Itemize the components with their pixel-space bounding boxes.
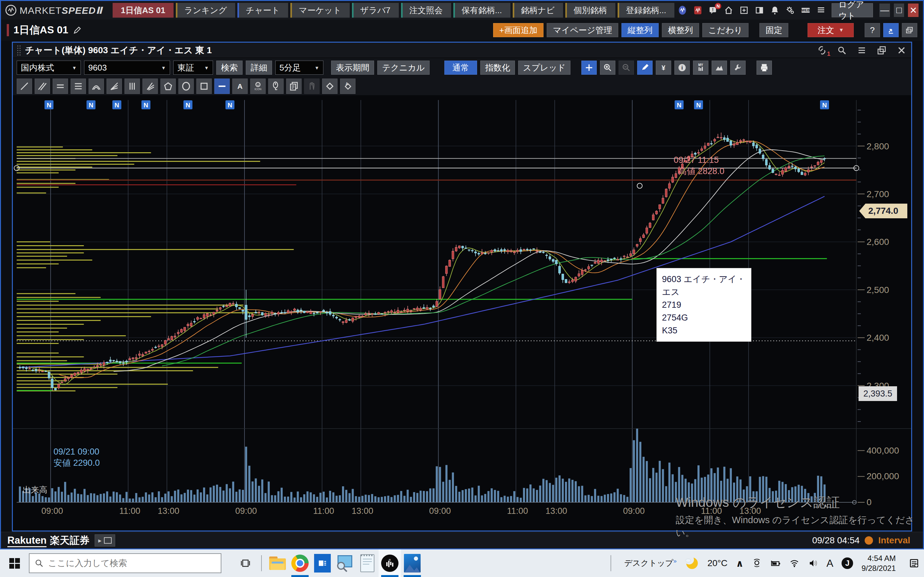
taskbar-notepad[interactable] bbox=[356, 550, 379, 577]
action-center-icon[interactable] bbox=[909, 558, 919, 569]
zoom-in-button[interactable] bbox=[600, 61, 615, 75]
info-button[interactable]: i bbox=[674, 61, 690, 75]
tray-expand-icon[interactable]: ∧ bbox=[736, 558, 744, 569]
erase-all-tool[interactable]: A bbox=[340, 79, 355, 94]
chart-window-header[interactable]: チャート(単体) 9603 エイチ・アイ・エス 東 1 1 bbox=[13, 43, 911, 58]
taskbar-app-tile[interactable] bbox=[311, 550, 334, 577]
crosshair-plus-button[interactable] bbox=[582, 61, 597, 75]
exchange-select[interactable]: 東証▼ bbox=[173, 61, 213, 75]
parallel-line-tool[interactable] bbox=[35, 79, 50, 94]
zoom-out-button[interactable] bbox=[619, 61, 634, 75]
panel-toggle-button[interactable]: ▸ bbox=[95, 534, 115, 546]
normal-mode-button[interactable]: 通常 bbox=[444, 61, 477, 75]
add-window-icon[interactable] bbox=[738, 4, 750, 16]
pentagon-tool[interactable] bbox=[160, 79, 176, 94]
minimize-button[interactable]: — bbox=[879, 3, 890, 17]
wifi-icon[interactable] bbox=[789, 558, 800, 568]
task-view-button[interactable] bbox=[234, 550, 257, 577]
close-button[interactable]: ✕ bbox=[908, 3, 919, 17]
pitchfork-tool[interactable] bbox=[142, 79, 158, 94]
top-tab-5[interactable]: 注文照会 bbox=[401, 3, 451, 18]
taskbar-search[interactable] bbox=[29, 553, 221, 573]
close-chart-icon[interactable] bbox=[896, 45, 907, 56]
technical-button[interactable]: テクニカル bbox=[377, 61, 430, 75]
settings-gear-icon[interactable] bbox=[784, 4, 796, 16]
top-tab-4[interactable]: ザラバ7 bbox=[352, 3, 399, 18]
volume-icon[interactable] bbox=[808, 558, 818, 568]
period-button[interactable]: 表示期間 bbox=[331, 61, 374, 75]
add-screen-button[interactable]: +画面追加 bbox=[493, 23, 543, 37]
interval-select[interactable]: 5分足▼ bbox=[275, 61, 323, 75]
expand-chevrons[interactable]: » bbox=[674, 558, 677, 564]
support-button[interactable] bbox=[883, 23, 899, 37]
search-button[interactable]: 検索 bbox=[216, 61, 242, 75]
vertical-lines-tool[interactable] bbox=[124, 79, 140, 94]
pin-button[interactable]: 固定 bbox=[759, 23, 788, 37]
search-icon[interactable] bbox=[836, 45, 848, 56]
hamburger-menu-icon[interactable] bbox=[815, 4, 827, 16]
home-icon[interactable] bbox=[722, 4, 735, 16]
chart-settings-button[interactable] bbox=[730, 61, 746, 75]
taskbar-clock[interactable]: 4:54 AM 9/28/2021 bbox=[861, 553, 896, 573]
news-markers[interactable]: NNNNNNNNN bbox=[45, 100, 829, 109]
menu-icon[interactable] bbox=[856, 45, 867, 56]
market-select[interactable]: 国内株式▼ bbox=[17, 61, 81, 75]
duplicate-window-icon[interactable] bbox=[876, 45, 887, 56]
top-tab-0[interactable]: 1日信AS 01 bbox=[113, 3, 174, 18]
web-link-icon[interactable]: WEB bbox=[800, 4, 812, 16]
kodawari-button[interactable]: こだわり bbox=[702, 23, 748, 37]
print-button[interactable] bbox=[756, 61, 772, 75]
yen-display-button[interactable]: ¥ bbox=[656, 61, 671, 75]
rectangle-tool[interactable] bbox=[196, 79, 212, 94]
indexed-mode-button[interactable]: 指数化 bbox=[480, 61, 515, 75]
spread-mode-button[interactable]: スプレッド bbox=[518, 61, 570, 75]
top-tab-8[interactable]: 個別銘柄 bbox=[565, 3, 615, 18]
taskbar-chrome[interactable] bbox=[289, 550, 311, 577]
order-button[interactable]: 注文▼ bbox=[808, 23, 854, 37]
help-button[interactable]: ? bbox=[865, 23, 880, 37]
detail-button[interactable]: 詳細 bbox=[246, 61, 272, 75]
chart-canvas[interactable]: NNNNNNNNN2,3002,4002,5002,6002,7002,8004… bbox=[13, 95, 911, 532]
webcam-icon[interactable] bbox=[752, 558, 762, 568]
icon-stamp-tool[interactable]: ICON bbox=[250, 79, 266, 94]
battery-icon[interactable] bbox=[770, 558, 781, 568]
duplicate-object-tool[interactable] bbox=[286, 79, 302, 94]
line-drag-handle[interactable] bbox=[637, 183, 642, 189]
ime-mode-label[interactable]: A bbox=[827, 558, 833, 569]
edit-pencil-icon[interactable] bbox=[73, 26, 82, 35]
double-hline-tool[interactable] bbox=[53, 79, 68, 94]
horizontal-align-button[interactable]: 横整列 bbox=[662, 23, 699, 37]
marketspeed-app-icon[interactable] bbox=[676, 4, 688, 16]
search-input[interactable] bbox=[48, 558, 202, 568]
horizontal-line-tool[interactable] bbox=[214, 79, 230, 94]
desktop-toolbar[interactable]: デスクトップ» bbox=[624, 558, 677, 568]
top-tab-3[interactable]: マーケット bbox=[290, 3, 349, 18]
logout-button[interactable]: ログアウト bbox=[832, 3, 873, 17]
ime-lang-icon[interactable]: J bbox=[842, 558, 853, 569]
maximize-button[interactable]: □ bbox=[894, 3, 905, 17]
chart-client-area[interactable]: NNNNNNNNN2,3002,4002,5002,6002,7002,8004… bbox=[13, 95, 911, 532]
fibonacci-arc-tool[interactable] bbox=[89, 79, 104, 94]
taskbar-explorer[interactable] bbox=[266, 550, 289, 577]
side-panel-icon[interactable] bbox=[753, 4, 766, 16]
top-tab-2[interactable]: チャート bbox=[237, 3, 288, 18]
weather-moon-icon[interactable] bbox=[685, 556, 699, 570]
mypage-button[interactable]: マイページ管理 bbox=[547, 23, 618, 37]
top-tab-6[interactable]: 保有銘柄... bbox=[453, 3, 510, 18]
area-style-button[interactable] bbox=[712, 61, 727, 75]
top-tab-7[interactable]: 銘柄ナビ bbox=[513, 3, 563, 18]
taskbar-marketspeed[interactable]: R bbox=[379, 550, 401, 577]
eraser-tool[interactable] bbox=[322, 79, 338, 94]
window-layout-button[interactable] bbox=[902, 23, 917, 37]
pointer-tool[interactable] bbox=[268, 79, 284, 94]
top-tab-1[interactable]: ランキング bbox=[176, 3, 235, 18]
symbol-code-select[interactable]: 9603▼ bbox=[84, 61, 170, 75]
vertical-align-button[interactable]: 縦整列 bbox=[622, 23, 659, 37]
my-chart-button[interactable]: MY bbox=[693, 61, 708, 75]
taskbar-snip[interactable] bbox=[334, 550, 356, 577]
ellipse-tool[interactable] bbox=[178, 79, 194, 94]
notice-icon[interactable]: !N bbox=[707, 4, 719, 16]
fan-line-tool[interactable] bbox=[107, 79, 122, 94]
text-tool[interactable]: A bbox=[232, 79, 248, 94]
temperature-label[interactable]: 20°C bbox=[708, 558, 728, 568]
